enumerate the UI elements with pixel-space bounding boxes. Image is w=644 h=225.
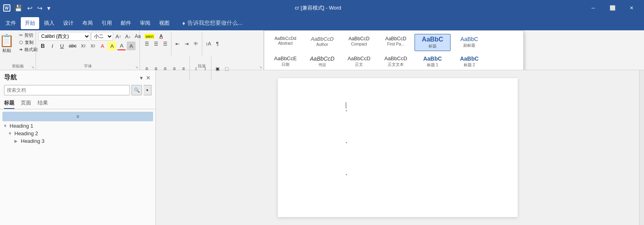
style-date[interactable]: AaBbCcE 日期 [267, 53, 303, 70]
menu-view[interactable]: 视图 [155, 17, 173, 29]
font-decrease-button[interactable]: A↓ [124, 32, 132, 41]
text-highlight-color-button[interactable]: A [108, 41, 116, 50]
restore-button[interactable]: ⬜ [603, 0, 622, 16]
menu-references[interactable]: 引用 [98, 17, 116, 29]
menu-layout[interactable]: 布局 [78, 17, 97, 29]
vertical-scrollbar[interactable] [639, 70, 644, 225]
nav-tab-results[interactable]: 结果 [38, 98, 48, 109]
bold-button[interactable]: B [38, 41, 47, 50]
styles-row-1: AaBbCcDd Abstract AaBbCcD Author AaBbCcD… [267, 34, 520, 51]
style-normaltext[interactable]: AaBbCcD 正文文本 [378, 53, 414, 70]
redo-button[interactable]: ↪ [36, 4, 44, 13]
superscript-button[interactable]: X2 [88, 41, 97, 50]
increase-indent-button[interactable]: ⇥ [182, 39, 191, 48]
style-title2[interactable]: AaBbC 标题 2 [451, 53, 487, 70]
subscript-button[interactable]: X2 [79, 41, 88, 50]
style-booktitle[interactable]: AaBbCcD 书目 [304, 53, 340, 70]
paste-label: 粘贴 [2, 47, 11, 53]
paragraph-mark-3 [346, 174, 347, 175]
strikethrough-button[interactable]: abc [67, 41, 78, 50]
word-icon: W [3, 4, 10, 12]
styles-row-2: AaBbCcE 日期 AaBbCcD 书目 AaBbCcD 正文 AaBbCcD… [267, 53, 520, 70]
clipboard-label: 剪贴板 [0, 63, 36, 69]
underline-button[interactable]: U [58, 41, 66, 50]
document-page [278, 78, 518, 217]
window-title: cr [兼容模式] - Word [52, 4, 584, 12]
expand-icon-h1: ▼ [3, 124, 9, 128]
bullet-list-button[interactable]: ☰ [142, 39, 151, 48]
text-effects-button[interactable]: A [127, 41, 136, 50]
close-button[interactable]: ✕ [622, 0, 641, 16]
clipboard-expand[interactable]: ↘ [31, 65, 34, 69]
undo-button[interactable]: ↩ [26, 4, 34, 13]
menu-insert[interactable]: 插入 [40, 17, 58, 29]
nav-item-heading1[interactable]: ▼ Heading 1 [0, 122, 156, 130]
font-name-select[interactable]: Calibri (西文) [38, 32, 90, 41]
clear-format-button[interactable]: A [98, 41, 107, 50]
style-author[interactable]: AaBbCcD Author [304, 34, 340, 51]
copy-button[interactable]: ⬡ 复制 [18, 39, 38, 46]
cut-button[interactable]: ✂ 剪切 [18, 32, 38, 39]
numbered-list-button[interactable]: ☰ [152, 39, 160, 48]
style-firstpara[interactable]: AaBbCcD First Pa... [378, 34, 414, 51]
decrease-indent-button[interactable]: ⇤ [173, 39, 182, 48]
nav-header: 导航 ▾ ✕ [0, 70, 156, 83]
nav-search-input[interactable] [4, 85, 130, 95]
search-icon: ♦ [182, 20, 185, 26]
nav-search-highlight-bar: ≡ [2, 112, 153, 121]
paragraph-mark-2 [346, 142, 347, 143]
menu-home[interactable]: 开始 [21, 17, 39, 29]
nav-search-button[interactable]: 🔍 [132, 85, 142, 95]
navigation-panel: 导航 ▾ ✕ 🔍 ▾ 标题 页面 结果 ≡ ▼ Heading 1 [0, 70, 156, 225]
format-painter-button[interactable]: ❧ 格式刷 [18, 46, 38, 53]
nav-item-heading3[interactable]: ▶ Heading 3 [0, 137, 156, 145]
nav-item-heading2[interactable]: ▼ Heading 2 [0, 130, 156, 137]
font-increase-button[interactable]: A↑ [114, 32, 123, 41]
menu-mailing[interactable]: 邮件 [117, 17, 135, 29]
style-subheading[interactable]: AaBbC 副标题 [451, 34, 487, 51]
window-controls: ─ ⬜ ✕ [584, 0, 641, 16]
quick-access-dropdown[interactable]: ▾ [46, 4, 52, 13]
title-bar: W 💾 ↩ ↪ ▾ cr [兼容模式] - Word ─ ⬜ ✕ [0, 0, 644, 16]
nav-tree: ≡ ▼ Heading 1 ▼ Heading 2 ▶ Heading 3 [0, 109, 156, 225]
italic-button[interactable]: I [48, 41, 57, 50]
expand-icon-h2: ▼ [8, 131, 14, 136]
nav-tab-headings[interactable]: 标题 [4, 98, 14, 109]
multilevel-list-button[interactable]: ☰ [161, 39, 169, 48]
chinese-format-button[interactable]: 中 [191, 39, 200, 48]
menu-bar: 文件 开始 插入 设计 布局 引用 邮件 审阅 视图 ♦ 告诉我您想要做什么..… [0, 16, 644, 30]
expand-icon-h3: ▶ [14, 139, 20, 143]
style-normal[interactable]: AaBbCcD 正文 [341, 53, 377, 70]
nav-item-label-h3: Heading 3 [21, 138, 44, 144]
nav-search-dropdown-button[interactable]: ▾ [144, 85, 152, 95]
font-expand[interactable]: ↘ [135, 65, 138, 69]
quick-access-toolbar: 💾 ↩ ↪ ▾ [13, 4, 52, 13]
paragraph-expand[interactable]: ↘ [259, 65, 262, 69]
sort-button[interactable]: ↕A [204, 39, 213, 48]
text-cursor [346, 102, 346, 109]
menu-review[interactable]: 审阅 [136, 17, 154, 29]
show-marks-button[interactable]: ¶ [213, 39, 222, 48]
font-size-select[interactable]: 小二 [91, 32, 113, 41]
paragraph-group: ☰ ☰ ☰ ⇤ ⇥ 中 ↕A ¶ ≡ ≡ ≡ ≡ ≡ ↕ ↕ ▣ ⬚ 段落 ↘ [140, 30, 264, 70]
minimize-button[interactable]: ─ [584, 0, 602, 16]
document-area [156, 70, 639, 225]
style-title1[interactable]: AaBbC 标题 1 [415, 53, 451, 70]
style-compact[interactable]: AaBbCcD Compact [341, 34, 377, 51]
style-abstract[interactable]: AaBbCcDd Abstract [267, 34, 303, 51]
paragraph-mark-1 [346, 110, 347, 111]
menu-design[interactable]: 设计 [59, 17, 78, 29]
menu-file[interactable]: 文件 [2, 17, 20, 29]
font-color-button2[interactable]: A [117, 41, 126, 50]
nav-item-label-h2: Heading 2 [14, 130, 38, 136]
svg-text:W: W [5, 6, 9, 10]
nav-tab-pages[interactable]: 页面 [21, 98, 31, 109]
nav-search-row: 🔍 ▾ [0, 83, 156, 98]
tell-me-search[interactable]: ♦ 告诉我您想要做什么... [182, 20, 243, 27]
paste-button[interactable]: 📋 粘贴 [0, 32, 16, 55]
styles-area: AaBbCcDd Abstract AaBbCcD Author AaBbCcD… [264, 30, 644, 70]
save-button[interactable]: 💾 [13, 4, 24, 13]
style-heading[interactable]: AaBbC 标题 [415, 34, 451, 51]
main-area: 导航 ▾ ✕ 🔍 ▾ 标题 页面 结果 ≡ ▼ Heading 1 [0, 70, 644, 225]
font-group: Calibri (西文) 小二 A↑ A↓ Aa wen A B I U abc… [36, 30, 140, 70]
